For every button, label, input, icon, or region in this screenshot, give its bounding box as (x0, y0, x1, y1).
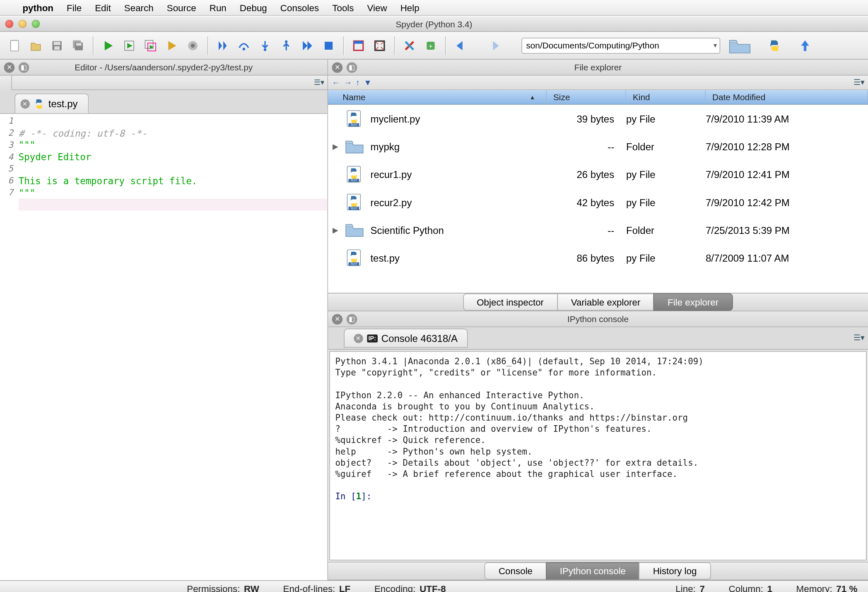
svg-rect-2 (54, 41, 60, 45)
browse-directory-button[interactable] (727, 36, 753, 55)
ipython-pane-header: ✕ ◧ IPython console (328, 311, 868, 327)
fe-options-icon[interactable]: ☰▾ (854, 77, 864, 88)
ipython-output[interactable]: Python 3.4.1 |Anaconda 2.0.1 (x86_64)| (… (329, 351, 867, 561)
fe-up-icon[interactable]: ↑ (356, 78, 360, 87)
editor-pane-title: Editor - /Users/aanderson/.spyder2-py3/t… (0, 62, 327, 72)
editor-tab[interactable]: ✕ test.py (14, 94, 89, 113)
file-date: 7/25/2013 5:39 PM (706, 224, 868, 236)
col-kind[interactable]: Kind (626, 90, 706, 104)
bottom-tab[interactable]: Variable explorer (557, 294, 654, 311)
run-again-button[interactable] (162, 36, 181, 55)
ipython-tab-close-icon[interactable]: ✕ (354, 334, 363, 343)
continue-button[interactable] (298, 36, 317, 55)
editor-content[interactable]: # -*- coding: utf-8 -*- """ Spyder Edito… (16, 114, 327, 580)
pythonpath-button[interactable]: + (422, 36, 440, 55)
back-button[interactable] (451, 36, 470, 55)
file-size: 26 bytes (547, 168, 626, 180)
sb-permissions: RW (244, 583, 259, 592)
file-row[interactable]: TEXTmyclient.py39 bytespy File7/9/2010 1… (328, 105, 868, 132)
file-row[interactable]: ▶Scientific Python--Folder7/25/2013 5:39… (328, 216, 868, 244)
parent-directory-button[interactable] (796, 36, 815, 55)
editor-mini-toolbar: ☰▾ (12, 75, 328, 90)
col-size[interactable]: Size (547, 90, 626, 104)
file-name: Scientific Python (370, 224, 444, 236)
bottom-tab[interactable]: Object inspector (463, 294, 558, 311)
python-icon[interactable] (765, 36, 784, 55)
file-kind: py File (626, 113, 706, 124)
stop-debug-button[interactable] (319, 36, 338, 55)
sb-column: 1 (767, 583, 772, 592)
main-toolbar: + son/Documents/Computing/Python (0, 32, 868, 60)
menu-view[interactable]: View (361, 2, 394, 13)
open-file-button[interactable] (27, 36, 45, 55)
file-name: myclient.py (370, 113, 420, 124)
file-row[interactable]: TEXTrecur1.py26 bytespy File7/9/2010 12:… (328, 160, 868, 188)
run-cell-advance-button[interactable] (141, 36, 160, 55)
file-row[interactable]: TEXTrecur2.py42 bytespy File7/9/2010 12:… (328, 188, 868, 216)
col-date[interactable]: Date Modified (706, 90, 868, 104)
svg-rect-17 (354, 41, 363, 43)
file-explorer-columns[interactable]: Name Size Kind Date Modified (328, 90, 868, 105)
step-over-button[interactable] (234, 36, 253, 55)
ipython-console-tab[interactable]: ✕ IP: Console 46318/A (344, 329, 468, 348)
svg-rect-15 (325, 41, 333, 49)
file-size: -- (547, 224, 626, 236)
disclosure-triangle-icon[interactable]: ▶ (332, 226, 339, 234)
menu-run[interactable]: Run (203, 2, 233, 13)
svg-text:TEXT: TEXT (350, 123, 357, 126)
app-menu[interactable]: python (16, 2, 60, 13)
menu-source[interactable]: Source (160, 2, 203, 13)
step-into-button[interactable] (256, 36, 275, 55)
bottom-tab[interactable]: IPython console (546, 562, 640, 580)
fe-filter-icon[interactable]: ▼ (364, 78, 371, 87)
file-kind: py File (626, 252, 706, 263)
menu-file[interactable]: File (60, 2, 88, 13)
menu-help[interactable]: Help (394, 2, 426, 13)
run-cell-button[interactable] (120, 36, 139, 55)
file-explorer-table: Name Size Kind Date Modified TEXTmyclien… (328, 90, 868, 293)
fe-next-icon[interactable]: → (344, 78, 352, 87)
sb-line: 7 (699, 583, 704, 592)
forward-button[interactable] (487, 36, 506, 55)
col-name[interactable]: Name (328, 90, 547, 104)
svg-text:+: + (429, 42, 432, 49)
new-file-button[interactable] (5, 36, 24, 55)
file-kind: py File (626, 196, 706, 207)
save-all-button[interactable] (69, 36, 87, 55)
bottom-tab[interactable]: File explorer (653, 294, 732, 311)
code-editor[interactable]: 1 2 3 4 5 6 7 # -*- coding: utf-8 -*- ""… (0, 114, 327, 580)
menu-edit[interactable]: Edit (88, 2, 118, 13)
file-name: mypkg (370, 141, 400, 152)
working-directory-text: son/Documents/Computing/Python (526, 41, 659, 51)
run-settings-button[interactable] (183, 36, 202, 55)
file-size: 39 bytes (547, 113, 626, 124)
menu-tools[interactable]: Tools (326, 2, 360, 13)
menu-search[interactable]: Search (118, 2, 160, 13)
editor-options-icon[interactable]: ☰▾ (314, 77, 325, 88)
file-kind: Folder (626, 224, 706, 236)
file-date: 7/9/2010 12:41 PM (706, 168, 868, 180)
fe-prev-icon[interactable]: ← (332, 78, 340, 87)
maximize-pane-button[interactable] (349, 36, 368, 55)
sb-line-label: Line: (675, 583, 696, 592)
python-file-icon: TEXT (344, 191, 365, 212)
file-date: 7/9/2010 11:39 AM (706, 113, 868, 124)
file-row[interactable]: TEXTtest.py86 bytespy File8/7/2009 11:07… (328, 244, 868, 272)
debug-button[interactable] (213, 36, 232, 55)
ipython-options-icon[interactable]: ☰▾ (854, 333, 864, 344)
menu-consoles[interactable]: Consoles (274, 2, 326, 13)
fullscreen-button[interactable] (370, 36, 389, 55)
step-out-button[interactable] (277, 36, 296, 55)
file-row[interactable]: ▶mypkg--Folder7/9/2010 12:28 PM (328, 132, 868, 160)
run-button[interactable] (99, 36, 117, 55)
bottom-tab[interactable]: History log (639, 562, 711, 580)
file-kind: py File (626, 168, 706, 180)
editor-tab-close-icon[interactable]: ✕ (21, 99, 30, 108)
save-button[interactable] (48, 36, 66, 55)
menu-debug[interactable]: Debug (233, 2, 274, 13)
bottom-tab[interactable]: Console (485, 562, 546, 580)
sb-memory: 71 % (836, 583, 857, 592)
preferences-button[interactable] (400, 36, 419, 55)
disclosure-triangle-icon[interactable]: ▶ (332, 142, 339, 151)
working-directory-combo[interactable]: son/Documents/Computing/Python (521, 37, 720, 53)
